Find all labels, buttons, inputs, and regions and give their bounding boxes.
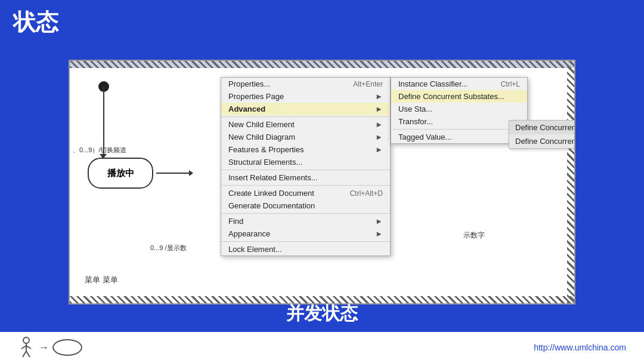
menu-item-insert-related[interactable]: Insert Related Elements... (221, 171, 390, 184)
bottom-title: 并发状态 (0, 302, 644, 326)
menu-item-find-label: Find (228, 217, 375, 226)
menu-item-advanced-label: Advanced (228, 104, 375, 113)
menu-sep-sec-1 (391, 129, 527, 130)
menu-item-generate-doc-label: Generate Documentation (228, 201, 383, 210)
menu-item-properties-shortcut: Alt+Enter (353, 80, 383, 88)
menu-item-instance-classifier[interactable]: Instance Classifier... Ctrl+L (391, 78, 527, 90)
menu-item-features-properties[interactable]: Features & Properties ► (221, 143, 390, 156)
oval-icon (52, 339, 82, 356)
submenu-item-2[interactable]: Define Concurrent Substates (509, 134, 575, 148)
website-url: http://www.umlchina.com (534, 343, 626, 352)
menu-item-new-child-element-arrow: ► (375, 120, 383, 129)
menu-item-instance-classifier-shortcut: Ctrl+L (501, 80, 520, 88)
menu-item-new-child-diagram-arrow: ► (375, 133, 383, 141)
menu-item-find-arrow: ► (375, 217, 383, 226)
top-title: 状态 (13, 7, 58, 38)
diagram-area: 播放中 、0...9）/切换频道 0...9 /显示数 示数字 菜单 菜单 (69, 60, 575, 304)
submenu-item-2-label: Define Concurrent Substates (515, 137, 575, 146)
bottom-bar: → http://www.umlchina.com (0, 332, 644, 363)
menu-sep-4 (221, 213, 390, 214)
show-digit-label: 示数字 (463, 230, 485, 241)
menu-item-advanced[interactable]: Advanced ► (221, 103, 390, 115)
menu-sep-1 (221, 116, 390, 117)
menu-labels: 菜单 菜单 (85, 275, 118, 285)
menu-sep-5 (221, 241, 390, 242)
menu-item-structural-elements-label: Structural Elements... (228, 158, 383, 167)
menu-item-create-linked-shortcut: Ctrl+Alt+D (350, 189, 383, 198)
submenu-popup: Define Concurrent Substates... Define Co… (509, 120, 575, 149)
menu-item-tagged-value-label: Tagged Value... (398, 133, 520, 141)
menu-item-structural-elements[interactable]: Structural Elements... (221, 156, 390, 168)
menu-sep-3 (221, 185, 390, 186)
hatch-border-bottom (70, 296, 574, 303)
initial-arrow-head (100, 154, 107, 159)
menu-item-appearance-label: Appearance (228, 229, 375, 238)
menu-item-properties-label: Properties... (228, 79, 353, 88)
menu-item-features-properties-arrow: ► (375, 145, 383, 154)
menu-item-properties-page[interactable]: Properties Page ► (221, 90, 390, 103)
bottom-bar-left: → (18, 337, 82, 358)
menu-item-use-state[interactable]: Use Sta... (391, 103, 527, 115)
menu-item-properties[interactable]: Properties... Alt+Enter (221, 78, 390, 90)
svg-point-0 (23, 337, 29, 343)
menu-item-features-properties-label: Features & Properties (228, 145, 375, 154)
menu-item-lock-label: Lock Element... (228, 245, 383, 254)
menu-item-define-concurrent-label: Define Concurrent Substates... (398, 92, 520, 101)
svg-line-5 (26, 351, 30, 357)
menu-item-transform[interactable]: Transfor... (391, 115, 527, 128)
menu-item-generate-doc[interactable]: Generate Documentation (221, 199, 390, 212)
playing-state-node: 播放中 (88, 158, 153, 189)
menu-sep-2 (221, 170, 390, 170)
context-menu-primary: Properties... Alt+Enter Properties Page … (221, 77, 391, 256)
display-label: 0...9 /显示数 (150, 244, 187, 253)
menu-item-advanced-arrow: ► (375, 104, 383, 113)
menu-item-appearance[interactable]: Appearance ► (221, 227, 390, 240)
menu-item-lock[interactable]: Lock Element... (221, 243, 390, 256)
svg-line-4 (23, 351, 26, 357)
svg-line-2 (21, 346, 26, 349)
menu-item-use-state-label: Use Sta... (398, 104, 520, 113)
menu-item-define-concurrent[interactable]: Define Concurrent Substates... (391, 90, 527, 103)
submenu-item-1[interactable]: Define Concurrent Substates... (509, 121, 575, 134)
left-arrow (156, 173, 192, 174)
menu-item-appearance-arrow: ► (375, 229, 383, 238)
hatch-border-right (567, 61, 574, 303)
menu-item-properties-page-arrow: ► (375, 92, 383, 101)
diagram-inner: 播放中 、0...9）/切换频道 0...9 /显示数 示数字 菜单 菜单 (70, 68, 574, 303)
menu-item-transform-label: Transfor... (398, 117, 520, 126)
hatch-border-top (70, 61, 574, 68)
submenu-item-1-label: Define Concurrent Substates... (515, 123, 575, 132)
menu-item-new-child-element[interactable]: New Child Element ► (221, 118, 390, 131)
main-background: 状态 播放中 、0...9）/切换频道 0...9 /显示数 示数字 (0, 0, 644, 363)
menu-item-create-linked-label: Create Linked Document (228, 189, 350, 198)
menu-item-insert-related-label: Insert Related Elements... (228, 173, 383, 182)
svg-line-3 (26, 346, 31, 349)
menu-item-instance-classifier-label: Instance Classifier... (398, 79, 501, 88)
bottom-arrow-icon: → (38, 342, 49, 354)
menu-item-find[interactable]: Find ► (221, 215, 390, 227)
menu-item-new-child-diagram[interactable]: New Child Diagram ► (221, 131, 390, 143)
menu-item-new-child-diagram-label: New Child Diagram (228, 133, 375, 141)
menu-item-create-linked[interactable]: Create Linked Document Ctrl+Alt+D (221, 187, 390, 199)
stick-figure-icon (18, 337, 35, 358)
menu-item-new-child-element-label: New Child Element (228, 120, 375, 129)
channel-label: 、0...9）/切换频道 (73, 146, 126, 155)
context-menu-secondary: Instance Classifier... Ctrl+L Define Con… (391, 77, 528, 144)
menu-item-tagged-value[interactable]: Tagged Value... (391, 131, 527, 143)
menu-item-properties-page-label: Properties Page (228, 92, 375, 101)
playing-state-label: 播放中 (107, 168, 134, 179)
